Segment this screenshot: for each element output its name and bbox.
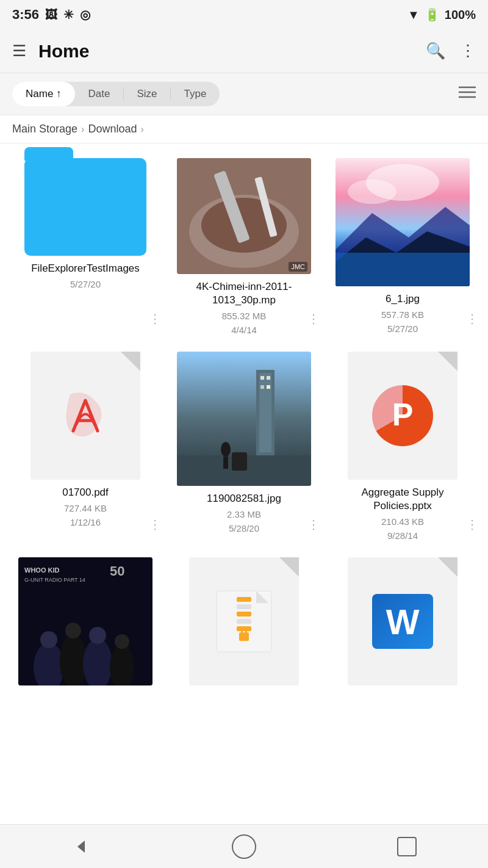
file-name: 1190082581.jpg	[207, 492, 281, 505]
home-button[interactable]	[226, 828, 262, 865]
more-options-icon[interactable]: ⋮	[307, 517, 320, 532]
pptx-icon: P	[348, 352, 458, 480]
status-bar: 3:56 🖼 ✳ ◎ ▼ 🔋 100%	[0, 0, 488, 29]
search-icon[interactable]: 🔍	[426, 42, 445, 60]
video-thumbnail: JMC	[177, 158, 311, 274]
status-time: 3:56 🖼 ✳ ◎	[12, 7, 90, 23]
sort-buttons-group: Name ↑ Date Size Type	[12, 82, 220, 106]
svg-text:G-UNIT RADIO PART 14: G-UNIT RADIO PART 14	[24, 577, 85, 583]
image-thumbnail: WHOO KID G-UNIT RADIO PART 14 50	[18, 557, 152, 685]
list-item[interactable]: JMC 4K-Chimei-inn-2011-1013_30p.mp 855.3…	[165, 150, 323, 343]
toolbar: ☰ Home 🔍 ⋮	[0, 29, 488, 73]
home-circle-icon	[232, 834, 256, 859]
toolbar-left: ☰ Home	[12, 41, 89, 62]
list-item[interactable]: P Aggregate Supply Policies.pptx 210.43 …	[323, 343, 482, 549]
svg-rect-16	[259, 373, 271, 452]
svg-rect-40	[237, 604, 251, 609]
list-item[interactable]: W	[323, 549, 482, 700]
folder-icon	[24, 158, 146, 256]
file-browser-content: FileExplorerTestImages 5/27/20 ⋮ JMC 4K-…	[0, 143, 488, 749]
more-icon[interactable]: ⋮	[460, 42, 476, 60]
svg-marker-45	[77, 841, 85, 853]
back-button[interactable]	[63, 828, 99, 865]
battery-icon: 🔋	[425, 7, 440, 22]
pdf-icon	[30, 352, 140, 480]
file-grid: FileExplorerTestImages 5/27/20 ⋮ JMC 4K-…	[0, 143, 488, 700]
list-item[interactable]: 1190082581.jpg 2.33 MB5/28/20 ⋮	[165, 343, 323, 549]
svg-point-22	[221, 442, 231, 457]
sort-name-button[interactable]: Name ↑	[12, 82, 75, 106]
list-view-icon[interactable]	[459, 85, 476, 103]
status-indicators: ▼ 🔋 100%	[407, 7, 476, 22]
svg-rect-20	[267, 385, 270, 389]
svg-point-30	[40, 631, 57, 648]
page-title: Home	[38, 41, 89, 62]
breadcrumb-sep-2: ›	[140, 124, 143, 135]
recents-button[interactable]	[389, 828, 425, 865]
svg-rect-19	[260, 385, 264, 389]
list-item[interactable]: WHOO KID G-UNIT RADIO PART 14 50	[6, 549, 165, 700]
sort-size-button[interactable]: Size	[124, 82, 171, 106]
list-item[interactable]: 6_1.jpg 557.78 KB5/27/20 ⋮	[323, 150, 482, 343]
more-options-icon[interactable]: ⋮	[149, 517, 161, 532]
time-display: 3:56	[12, 7, 39, 23]
word-icon: W	[348, 557, 458, 685]
breadcrumb-download[interactable]: Download	[88, 123, 137, 136]
file-name: 6_1.jpg	[386, 292, 420, 306]
list-item[interactable]: 01700.pdf 727.44 KB1/12/16 ⋮	[6, 343, 165, 549]
sort-type-button[interactable]: Type	[171, 82, 220, 106]
svg-rect-23	[223, 457, 228, 469]
file-meta: 2.33 MB5/28/20	[227, 508, 261, 535]
file-name: FileExplorerTestImages	[31, 262, 140, 275]
svg-rect-24	[232, 452, 247, 471]
svg-rect-41	[237, 612, 251, 617]
zip-icon	[189, 557, 299, 685]
file-meta: 5/27/20	[70, 278, 101, 292]
image-thumbnail	[336, 158, 470, 286]
list-item[interactable]: FileExplorerTestImages 5/27/20 ⋮	[6, 150, 165, 343]
svg-rect-13	[336, 253, 470, 286]
svg-point-10	[348, 179, 396, 204]
more-options-icon[interactable]: ⋮	[307, 311, 320, 326]
svg-rect-18	[267, 376, 270, 380]
ppt-letter: P	[392, 396, 414, 433]
menu-icon[interactable]: ☰	[12, 42, 26, 60]
breadcrumb-main-storage[interactable]: Main Storage	[12, 123, 77, 136]
sort-date-button[interactable]: Date	[75, 82, 124, 106]
battery-label: 100%	[445, 8, 476, 22]
navigation-bar	[0, 824, 488, 868]
svg-point-32	[89, 627, 106, 644]
breadcrumb: Main Storage › Download ›	[0, 115, 488, 143]
word-logo: W	[372, 594, 433, 649]
more-options-icon[interactable]: ⋮	[149, 311, 161, 326]
file-name: Aggregate Supply Policies.pptx	[336, 486, 470, 513]
list-item[interactable]	[165, 549, 323, 700]
svg-point-33	[115, 634, 129, 649]
ppt-logo: P	[372, 385, 433, 446]
toolbar-right: 🔍 ⋮	[426, 42, 476, 60]
wifi-icon: ▼	[407, 8, 420, 22]
svg-text:WHOO KID: WHOO KID	[24, 566, 59, 574]
file-name: 01700.pdf	[62, 486, 109, 499]
breadcrumb-sep-1: ›	[81, 124, 84, 135]
image-thumbnail	[177, 352, 311, 486]
svg-point-31	[65, 623, 81, 638]
svg-text:50: 50	[110, 563, 124, 579]
more-options-icon[interactable]: ⋮	[466, 517, 478, 532]
svg-rect-39	[237, 597, 251, 602]
file-name: 4K-Chimei-inn-2011-1013_30p.mp	[177, 280, 311, 307]
file-meta: 210.43 KB9/28/14	[381, 515, 424, 543]
recents-square-icon	[397, 837, 417, 856]
file-meta: 855.32 MB4/4/14	[222, 309, 267, 337]
svg-rect-42	[237, 619, 251, 624]
more-options-icon[interactable]: ⋮	[466, 311, 478, 326]
file-meta: 557.78 KB5/27/20	[381, 308, 424, 336]
file-meta: 727.44 KB1/12/16	[64, 502, 107, 529]
svg-rect-44	[239, 632, 249, 641]
sort-bar: Name ↑ Date Size Type	[0, 73, 488, 115]
word-letter: W	[386, 601, 420, 642]
pinwheel-icon: ✳	[63, 7, 74, 22]
svg-rect-17	[260, 376, 264, 380]
photo-icon: 🖼	[45, 8, 57, 22]
sync-icon: ◎	[80, 7, 90, 22]
